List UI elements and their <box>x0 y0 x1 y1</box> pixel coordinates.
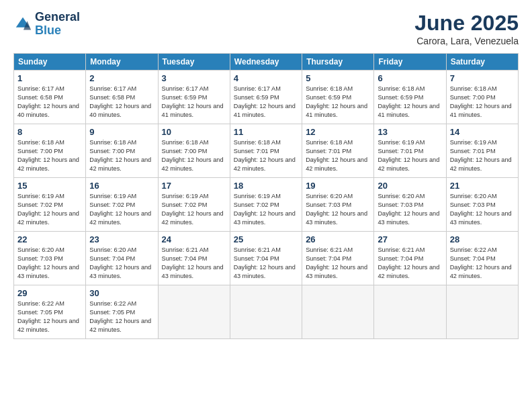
day-info: Sunrise: 6:22 AMSunset: 7:05 PMDaylight:… <box>17 300 82 334</box>
day-info: Sunrise: 6:20 AMSunset: 7:04 PMDaylight:… <box>89 246 154 281</box>
header-friday: Friday <box>374 54 446 71</box>
day-cell: 11 Sunrise: 6:18 AMSunset: 7:01 PMDaylig… <box>230 124 302 178</box>
day-info: Sunrise: 6:21 AMSunset: 7:04 PMDaylight:… <box>306 246 370 281</box>
day-cell: 30 Sunrise: 6:22 AMSunset: 7:05 PMDaylig… <box>86 285 158 339</box>
weekday-header-row: Sunday Monday Tuesday Wednesday Thursday… <box>14 54 519 71</box>
calendar-row: 8 Sunrise: 6:18 AMSunset: 7:00 PMDayligh… <box>14 124 519 178</box>
day-cell: 15 Sunrise: 6:19 AMSunset: 7:02 PMDaylig… <box>14 178 86 232</box>
day-number: 7 <box>450 73 515 83</box>
calendar-row: 22 Sunrise: 6:20 AMSunset: 7:03 PMDaylig… <box>14 232 519 285</box>
day-info: Sunrise: 6:20 AMSunset: 7:03 PMDaylight:… <box>378 192 442 227</box>
day-cell: 22 Sunrise: 6:20 AMSunset: 7:03 PMDaylig… <box>14 232 86 285</box>
day-info: Sunrise: 6:18 AMSunset: 7:01 PMDaylight:… <box>234 138 298 173</box>
day-cell: 6 Sunrise: 6:18 AMSunset: 6:59 PMDayligh… <box>374 71 446 124</box>
header-wednesday: Wednesday <box>230 54 302 71</box>
day-number: 28 <box>450 234 515 244</box>
day-number: 18 <box>234 181 298 191</box>
page: General Blue June 2025 Carora, Lara, Ven… <box>0 0 532 411</box>
location: Carora, Lara, Venezuela <box>414 36 519 46</box>
day-number: 26 <box>306 234 370 244</box>
day-number: 19 <box>306 181 370 191</box>
day-number: 29 <box>17 288 82 298</box>
day-cell: 29 Sunrise: 6:22 AMSunset: 7:05 PMDaylig… <box>14 285 86 339</box>
day-cell: 14 Sunrise: 6:19 AMSunset: 7:01 PMDaylig… <box>446 124 518 178</box>
title-block: June 2025 Carora, Lara, Venezuela <box>414 11 519 46</box>
day-number: 25 <box>234 234 298 244</box>
day-cell: 12 Sunrise: 6:18 AMSunset: 7:01 PMDaylig… <box>302 124 374 178</box>
day-number: 6 <box>378 73 442 83</box>
day-cell: 4 Sunrise: 6:17 AMSunset: 6:59 PMDayligh… <box>230 71 302 124</box>
day-number: 13 <box>378 127 442 137</box>
day-number: 9 <box>89 127 154 137</box>
day-cell: 7 Sunrise: 6:18 AMSunset: 7:00 PMDayligh… <box>446 71 518 124</box>
day-cell: 25 Sunrise: 6:21 AMSunset: 7:04 PMDaylig… <box>230 232 302 285</box>
day-info: Sunrise: 6:22 AMSunset: 7:04 PMDaylight:… <box>450 246 515 281</box>
day-cell: 8 Sunrise: 6:18 AMSunset: 7:00 PMDayligh… <box>14 124 86 178</box>
day-info: Sunrise: 6:19 AMSunset: 7:02 PMDaylight:… <box>162 192 226 227</box>
day-cell: 24 Sunrise: 6:21 AMSunset: 7:04 PMDaylig… <box>158 232 230 285</box>
day-cell: 23 Sunrise: 6:20 AMSunset: 7:04 PMDaylig… <box>86 232 158 285</box>
day-info: Sunrise: 6:19 AMSunset: 7:02 PMDaylight:… <box>17 192 82 227</box>
empty-cell <box>230 285 302 339</box>
day-info: Sunrise: 6:21 AMSunset: 7:04 PMDaylight:… <box>378 246 442 281</box>
day-number: 8 <box>17 127 82 137</box>
header-thursday: Thursday <box>302 54 374 71</box>
day-number: 17 <box>162 181 226 191</box>
day-cell: 5 Sunrise: 6:18 AMSunset: 6:59 PMDayligh… <box>302 71 374 124</box>
day-info: Sunrise: 6:22 AMSunset: 7:05 PMDaylight:… <box>89 300 154 334</box>
day-info: Sunrise: 6:18 AMSunset: 7:00 PMDaylight:… <box>89 138 154 173</box>
day-info: Sunrise: 6:18 AMSunset: 6:59 PMDaylight:… <box>306 85 370 120</box>
day-info: Sunrise: 6:20 AMSunset: 7:03 PMDaylight:… <box>450 192 515 227</box>
month-title: June 2025 <box>414 11 519 36</box>
day-number: 3 <box>162 73 226 83</box>
day-info: Sunrise: 6:19 AMSunset: 7:02 PMDaylight:… <box>234 192 298 227</box>
day-number: 20 <box>378 181 442 191</box>
day-number: 1 <box>17 73 82 83</box>
day-number: 4 <box>234 73 298 83</box>
day-info: Sunrise: 6:18 AMSunset: 6:59 PMDaylight:… <box>378 85 442 120</box>
day-info: Sunrise: 6:19 AMSunset: 7:02 PMDaylight:… <box>89 192 154 227</box>
day-cell: 3 Sunrise: 6:17 AMSunset: 6:59 PMDayligh… <box>158 71 230 124</box>
header-sunday: Sunday <box>14 54 86 71</box>
day-cell: 19 Sunrise: 6:20 AMSunset: 7:03 PMDaylig… <box>302 178 374 232</box>
day-cell: 21 Sunrise: 6:20 AMSunset: 7:03 PMDaylig… <box>446 178 518 232</box>
day-number: 23 <box>89 234 154 244</box>
day-info: Sunrise: 6:17 AMSunset: 6:59 PMDaylight:… <box>234 85 298 120</box>
empty-cell <box>158 285 230 339</box>
day-info: Sunrise: 6:18 AMSunset: 7:00 PMDaylight:… <box>162 138 226 173</box>
day-number: 11 <box>234 127 298 137</box>
day-number: 27 <box>378 234 442 244</box>
day-number: 15 <box>17 181 82 191</box>
day-number: 14 <box>450 127 515 137</box>
calendar-body: 1 Sunrise: 6:17 AMSunset: 6:58 PMDayligh… <box>14 71 519 339</box>
day-cell: 10 Sunrise: 6:18 AMSunset: 7:00 PMDaylig… <box>158 124 230 178</box>
day-info: Sunrise: 6:18 AMSunset: 7:00 PMDaylight:… <box>450 85 515 120</box>
day-info: Sunrise: 6:18 AMSunset: 7:01 PMDaylight:… <box>306 138 370 173</box>
calendar-row: 15 Sunrise: 6:19 AMSunset: 7:02 PMDaylig… <box>14 178 519 232</box>
day-info: Sunrise: 6:18 AMSunset: 7:00 PMDaylight:… <box>17 138 82 173</box>
day-info: Sunrise: 6:17 AMSunset: 6:58 PMDaylight:… <box>17 85 82 120</box>
day-cell: 20 Sunrise: 6:20 AMSunset: 7:03 PMDaylig… <box>374 178 446 232</box>
empty-cell <box>446 285 518 339</box>
day-cell: 13 Sunrise: 6:19 AMSunset: 7:01 PMDaylig… <box>374 124 446 178</box>
day-number: 24 <box>162 234 226 244</box>
day-number: 5 <box>306 73 370 83</box>
header: General Blue June 2025 Carora, Lara, Ven… <box>13 11 519 46</box>
day-info: Sunrise: 6:21 AMSunset: 7:04 PMDaylight:… <box>162 246 226 281</box>
day-cell: 17 Sunrise: 6:19 AMSunset: 7:02 PMDaylig… <box>158 178 230 232</box>
calendar-row: 29 Sunrise: 6:22 AMSunset: 7:05 PMDaylig… <box>14 285 519 339</box>
day-number: 22 <box>17 234 82 244</box>
day-number: 12 <box>306 127 370 137</box>
day-cell: 16 Sunrise: 6:19 AMSunset: 7:02 PMDaylig… <box>86 178 158 232</box>
day-number: 21 <box>450 181 515 191</box>
day-number: 30 <box>89 288 154 298</box>
day-number: 16 <box>89 181 154 191</box>
day-cell: 28 Sunrise: 6:22 AMSunset: 7:04 PMDaylig… <box>446 232 518 285</box>
day-cell: 1 Sunrise: 6:17 AMSunset: 6:58 PMDayligh… <box>14 71 86 124</box>
logo-icon <box>13 15 32 34</box>
header-monday: Monday <box>86 54 158 71</box>
day-info: Sunrise: 6:17 AMSunset: 6:59 PMDaylight:… <box>162 85 226 120</box>
day-info: Sunrise: 6:20 AMSunset: 7:03 PMDaylight:… <box>306 192 370 227</box>
empty-cell <box>302 285 374 339</box>
calendar-table: Sunday Monday Tuesday Wednesday Thursday… <box>13 53 519 339</box>
